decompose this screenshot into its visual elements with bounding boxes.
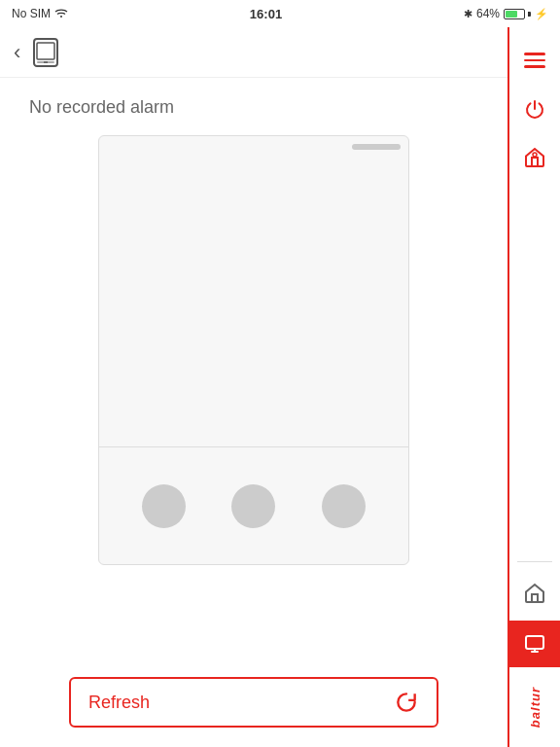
device-card (98, 135, 409, 565)
charging-icon: ⚡ (535, 8, 548, 20)
svg-rect-6 (526, 636, 543, 649)
display-icon (523, 632, 546, 656)
battery-percent: 64% (476, 7, 500, 20)
svg-rect-2 (37, 43, 54, 59)
refresh-label: Refresh (88, 693, 150, 713)
card-handle (352, 144, 401, 150)
card-circle-3 (322, 484, 366, 528)
sidebar-top (509, 27, 560, 557)
power-button[interactable] (508, 86, 560, 132)
baltur-logo-container: baltur (508, 671, 560, 739)
battery-icon (504, 9, 531, 19)
sidebar-bottom: baltur (509, 557, 560, 747)
alarm-home-button[interactable] (508, 134, 560, 181)
right-sidebar: baltur (508, 27, 560, 747)
baltur-logo: baltur (528, 683, 542, 728)
signal-icon (54, 8, 68, 19)
bluetooth-icon: ✱ (464, 8, 472, 20)
content-area: ‹ No recorded alarm (0, 27, 508, 747)
power-icon (523, 97, 546, 121)
hamburger-icon (524, 53, 545, 68)
svg-point-5 (533, 153, 537, 157)
refresh-btn-area: Refresh (0, 658, 508, 747)
refresh-button[interactable]: Refresh (69, 677, 438, 728)
status-right: ✱ 64% ⚡ (464, 7, 548, 20)
home-icon (523, 582, 546, 605)
no-alarm-message: No recorded alarm (19, 97, 174, 118)
no-sim-label: No SIM (12, 7, 51, 20)
alarm-home-icon (523, 146, 546, 169)
status-time: 16:01 (250, 7, 282, 21)
battery-fill (506, 11, 517, 18)
svg-point-0 (60, 16, 62, 18)
battery-tip (528, 12, 531, 17)
card-circle-2 (231, 484, 275, 528)
main-container: ‹ No recorded alarm (0, 27, 560, 747)
tablet-icon (30, 37, 61, 68)
menu-button[interactable] (508, 37, 560, 84)
sidebar-separator (517, 561, 552, 562)
card-lower (99, 447, 408, 564)
back-button[interactable]: ‹ (14, 40, 20, 65)
status-left: No SIM (12, 7, 68, 20)
home-button[interactable] (508, 570, 560, 617)
status-bar: No SIM 16:01 ✱ 64% ⚡ (0, 0, 560, 27)
display-button[interactable] (508, 621, 560, 667)
card-upper (99, 136, 408, 447)
card-circle-1 (142, 484, 186, 528)
battery-body (504, 9, 525, 19)
page-content: No recorded alarm (0, 78, 508, 658)
top-bar: ‹ (0, 27, 508, 78)
refresh-icon (394, 690, 419, 715)
